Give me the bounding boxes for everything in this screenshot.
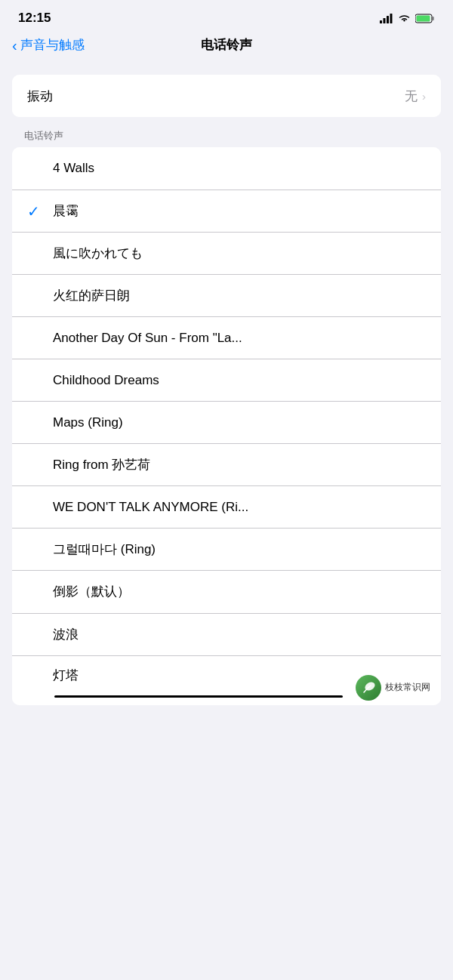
nav-back-label: 声音与触感	[20, 36, 85, 54]
ringtone-item-label: 晨霭	[53, 202, 79, 220]
ringtone-item[interactable]: 風に吹かれても	[12, 232, 441, 274]
signal-icon	[380, 14, 393, 23]
ringtone-item[interactable]: 波浪	[12, 613, 441, 655]
ringtone-group1: 4 Walls✓晨霭風に吹かれても火红的萨日朗Another Day Of Su…	[12, 147, 441, 570]
ringtone-item-label: 風に吹かれても	[53, 245, 143, 262]
svg-rect-2	[387, 16, 389, 23]
vibration-label: 振动	[27, 88, 405, 105]
ringtone-card: 4 Walls✓晨霭風に吹かれても火红的萨日朗Another Day Of Su…	[12, 147, 441, 705]
svg-rect-1	[384, 18, 386, 23]
status-time: 12:15	[18, 11, 51, 26]
ringtone-item[interactable]: 灯塔枝枝常识网	[12, 655, 441, 705]
ringtone-item[interactable]: 火红的萨日朗	[12, 274, 441, 316]
ringtone-section-label: 电话铃声	[0, 129, 453, 147]
watermark-text: 枝枝常识网	[385, 681, 430, 694]
nav-title: 电话铃声	[201, 36, 252, 54]
vibration-card: 振动 无 ›	[12, 75, 441, 117]
ringtone-item-label: WE DON'T TALK ANYMORE (Ri...	[53, 500, 248, 515]
back-chevron-icon: ‹	[12, 38, 17, 53]
vibration-value: 无	[405, 88, 418, 105]
nav-bar: ‹ 声音与触感 电话铃声	[0, 32, 453, 63]
ringtone-item-label: 倒影（默认）	[53, 583, 130, 600]
ringtone-item[interactable]: Ring from 孙艺荷	[12, 443, 441, 485]
nav-back-button[interactable]: ‹ 声音与触感	[12, 36, 85, 54]
ringtone-item-label: 波浪	[53, 626, 79, 643]
status-icons	[380, 14, 435, 23]
svg-rect-0	[380, 20, 382, 23]
ringtone-item[interactable]: 倒影（默认）	[12, 571, 441, 613]
spacer	[0, 705, 453, 728]
vibration-section: 振动 无 ›	[0, 75, 453, 117]
vibration-item[interactable]: 振动 无 ›	[12, 75, 441, 117]
watermark-logo	[356, 675, 381, 701]
ringtone-item-label: 火红的萨日朗	[53, 287, 130, 304]
ringtone-item-label: Ring from 孙艺荷	[53, 456, 150, 473]
ringtone-item[interactable]: ✓晨霭	[12, 190, 441, 232]
ringtone-item[interactable]: 그럴때마다 (Ring)	[12, 528, 441, 570]
vibration-chevron-icon: ›	[422, 90, 426, 103]
ringtone-section: 电话铃声 4 Walls✓晨霭風に吹かれても火红的萨日朗Another Day …	[0, 129, 453, 705]
ringtone-item-label: Childhood Dreams	[53, 373, 159, 388]
wifi-icon	[398, 14, 411, 23]
ringtone-item[interactable]: Childhood Dreams	[12, 359, 441, 401]
bottom-line-decoration	[54, 695, 343, 698]
status-bar: 12:15	[0, 0, 453, 32]
ringtone-item[interactable]: 4 Walls	[12, 147, 441, 190]
svg-rect-3	[390, 14, 393, 23]
ringtone-group2: 倒影（默认）波浪灯塔枝枝常识网	[12, 571, 441, 705]
battery-icon	[415, 14, 435, 23]
svg-rect-6	[417, 15, 430, 21]
checkmark-icon: ✓	[27, 202, 44, 220]
ringtone-item-label: 灯塔	[53, 667, 79, 684]
svg-rect-5	[433, 17, 435, 20]
ringtone-item-label: 4 Walls	[53, 161, 94, 176]
ringtone-item[interactable]: Another Day Of Sun - From "La...	[12, 316, 441, 359]
ringtone-item-label: Another Day Of Sun - From "La...	[53, 331, 242, 346]
ringtone-item-label: Maps (Ring)	[53, 415, 123, 430]
ringtone-item[interactable]: WE DON'T TALK ANYMORE (Ri...	[12, 485, 441, 528]
ringtone-item[interactable]: Maps (Ring)	[12, 401, 441, 443]
watermark: 枝枝常识网	[356, 675, 430, 701]
ringtone-item-label: 그럴때마다 (Ring)	[53, 541, 156, 558]
